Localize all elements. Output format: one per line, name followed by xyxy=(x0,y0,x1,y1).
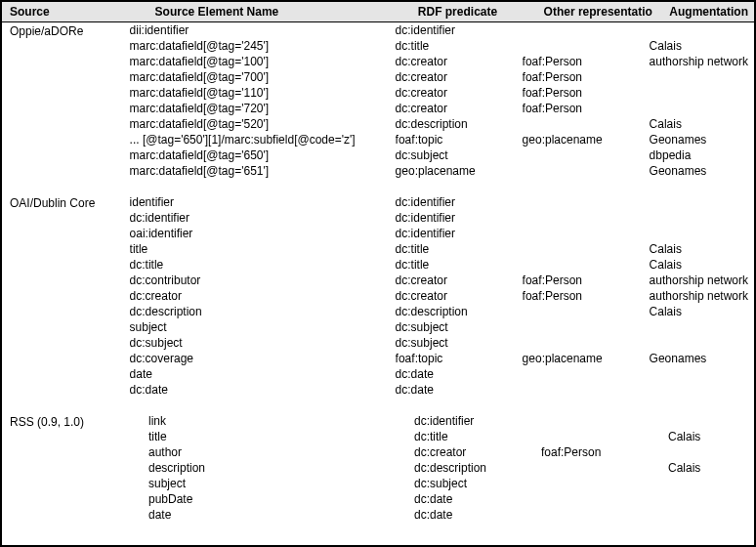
cell-other-representation: foaf:Person xyxy=(523,85,650,101)
cell-augmentation xyxy=(650,366,754,382)
cell-other-representation xyxy=(523,210,650,226)
cell-rdf-predicate: dc:creator xyxy=(414,444,541,460)
cell-other-representation xyxy=(523,38,650,54)
source-label: OAI/Dublin Core xyxy=(2,194,130,398)
cell-source-element-name: dc:coverage xyxy=(130,351,396,366)
cell-source-element-name: dc:creator xyxy=(130,288,396,304)
col-header-sename: Source Element Name xyxy=(147,2,410,21)
cell-rdf-predicate: dc:subject xyxy=(396,335,523,351)
cell-source-element-name: oai:identifier xyxy=(130,226,396,241)
cell-augmentation: Calais xyxy=(650,241,754,257)
table-row: marc:datafield[@tag='720']dc:creatorfoaf… xyxy=(130,101,754,116)
col-header-aug: Augmentation xyxy=(661,2,754,21)
table-row: identifierdc:identifier xyxy=(130,194,754,210)
table-row: datedc:date xyxy=(148,507,754,523)
col-header-other: Other representatio xyxy=(536,2,662,21)
cell-source-element-name: dc:description xyxy=(130,304,396,319)
table-row: subjectdc:subject xyxy=(130,319,754,335)
cell-rdf-predicate: dc:creator xyxy=(396,69,523,85)
cell-rdf-predicate: dc:creator xyxy=(396,54,523,69)
cell-augmentation xyxy=(668,413,754,429)
cell-other-representation xyxy=(523,194,650,210)
cell-rdf-predicate: dc:subject xyxy=(396,319,523,335)
cell-source-element-name: ... [@tag='650'][1]/marc:subfield[@code=… xyxy=(130,132,396,147)
table-row: marc:datafield[@tag='651']geo:placenameG… xyxy=(130,163,754,179)
cell-source-element-name: title xyxy=(148,429,414,444)
cell-other-representation: foaf:Person xyxy=(541,444,668,460)
cell-rdf-predicate: foaf:topic xyxy=(396,132,523,147)
source-rows: linkdc:identifiertitledc:titleCalaisauth… xyxy=(148,413,754,523)
cell-other-representation xyxy=(523,366,650,382)
table-row: dc:identifierdc:identifier xyxy=(130,210,754,226)
table-row: ... [@tag='650'][1]/marc:subfield[@code=… xyxy=(130,132,754,147)
table-row: descriptiondc:descriptionCalais xyxy=(148,460,754,476)
cell-augmentation xyxy=(650,194,754,210)
table-row: dc:titledc:titleCalais xyxy=(130,257,754,273)
cell-rdf-predicate: dc:creator xyxy=(396,288,523,304)
cell-other-representation xyxy=(523,382,650,398)
cell-other-representation xyxy=(541,476,668,491)
table-row: datedc:date xyxy=(130,366,754,382)
source-group: Oppie/aDORedii:identifierdc:identifierma… xyxy=(2,22,754,179)
cell-source-element-name: marc:datafield[@tag='700'] xyxy=(130,69,396,85)
cell-augmentation xyxy=(668,507,754,523)
cell-other-representation: foaf:Person xyxy=(523,54,650,69)
cell-other-representation: geo:placename xyxy=(523,351,650,366)
cell-augmentation xyxy=(650,101,754,116)
cell-source-element-name: identifier xyxy=(130,194,396,210)
cell-other-representation xyxy=(523,226,650,241)
cell-augmentation xyxy=(650,22,754,38)
cell-rdf-predicate: dc:date xyxy=(414,491,541,507)
cell-augmentation: Calais xyxy=(650,38,754,54)
cell-other-representation: foaf:Person xyxy=(523,288,650,304)
cell-other-representation xyxy=(541,413,668,429)
table-header-row: Source Source Element Name RDF predicate… xyxy=(2,2,754,22)
cell-other-representation xyxy=(523,147,650,163)
cell-augmentation: authorship network xyxy=(650,54,754,69)
source-group: OAI/Dublin Coreidentifierdc:identifierdc… xyxy=(2,194,754,398)
cell-source-element-name: dc:date xyxy=(130,382,396,398)
cell-other-representation: foaf:Person xyxy=(523,101,650,116)
source-rows: dii:identifierdc:identifiermarc:datafiel… xyxy=(130,22,754,179)
cell-other-representation xyxy=(541,491,668,507)
table-row: subjectdc:subject xyxy=(148,476,754,491)
cell-other-representation: geo:placename xyxy=(523,132,650,147)
cell-augmentation: Geonames xyxy=(650,132,754,147)
col-header-rdf: RDF predicate xyxy=(410,2,536,21)
table-row: marc:datafield[@tag='650']dc:subjectdbpe… xyxy=(130,147,754,163)
cell-rdf-predicate: dc:identifier xyxy=(414,413,541,429)
table-row: authordc:creatorfoaf:Person xyxy=(148,444,754,460)
cell-other-representation xyxy=(523,319,650,335)
table-row: marc:datafield[@tag='520']dc:description… xyxy=(130,116,754,132)
cell-rdf-predicate: dc:subject xyxy=(414,476,541,491)
cell-other-representation xyxy=(523,116,650,132)
mapping-table: { "columns": { "source": "Source", "sena… xyxy=(0,0,756,547)
cell-augmentation xyxy=(668,491,754,507)
cell-rdf-predicate: dc:description xyxy=(396,304,523,319)
cell-other-representation: foaf:Person xyxy=(523,273,650,288)
cell-source-element-name: marc:datafield[@tag='720'] xyxy=(130,101,396,116)
table-row: linkdc:identifier xyxy=(148,413,754,429)
table-row: titledc:titleCalais xyxy=(130,241,754,257)
cell-other-representation xyxy=(541,429,668,444)
cell-augmentation xyxy=(650,319,754,335)
cell-augmentation xyxy=(668,444,754,460)
cell-source-element-name: subject xyxy=(130,319,396,335)
cell-rdf-predicate: dc:date xyxy=(414,507,541,523)
cell-rdf-predicate: dc:description xyxy=(396,116,523,132)
cell-source-element-name: dc:contributor xyxy=(130,273,396,288)
cell-other-representation xyxy=(541,460,668,476)
cell-augmentation xyxy=(650,85,754,101)
cell-other-representation xyxy=(541,507,668,523)
cell-rdf-predicate: geo:placename xyxy=(396,163,523,179)
cell-rdf-predicate: dc:identifier xyxy=(396,22,523,38)
table-row: dc:datedc:date xyxy=(130,382,754,398)
group-spacer xyxy=(2,179,754,194)
table-row: marc:datafield[@tag='110']dc:creatorfoaf… xyxy=(130,85,754,101)
cell-rdf-predicate: dc:title xyxy=(396,38,523,54)
cell-other-representation: foaf:Person xyxy=(523,69,650,85)
cell-augmentation xyxy=(650,226,754,241)
cell-augmentation: Calais xyxy=(650,257,754,273)
table-row: pubDatedc:date xyxy=(148,491,754,507)
table-row: oai:identifierdc:identifier xyxy=(130,226,754,241)
